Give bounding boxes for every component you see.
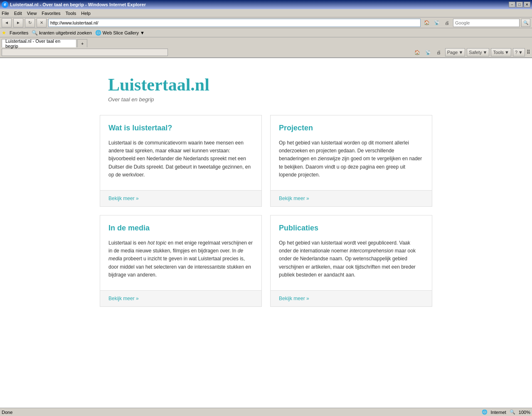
- card2-footer: Bekijk meer »: [271, 190, 432, 206]
- menu-file[interactable]: File: [2, 11, 9, 16]
- window-title: Luistertaal.nl - Over taal en begrip - W…: [10, 2, 146, 7]
- card2-title: Projecten: [279, 124, 424, 132]
- fav-webslice-icon: 🌐: [95, 30, 101, 36]
- card4-text: Op het gebied van luistertaal wordt veel…: [279, 239, 424, 279]
- card2-text: Op het gebied van luistertaal worden op …: [279, 139, 424, 179]
- favorites-button[interactable]: Favorites: [10, 30, 28, 35]
- maximize-button[interactable]: □: [516, 2, 523, 7]
- fav-kranten[interactable]: 🔍 kranten uitgebreid zoeken: [32, 30, 92, 36]
- card3-body: In de media Luistertaal is een hot topic…: [100, 215, 261, 290]
- card3-text-pre: Luistertaal is een: [108, 240, 148, 246]
- menu-tools[interactable]: Tools: [66, 11, 76, 16]
- stop-button[interactable]: ✕: [37, 18, 47, 27]
- toolbar-right: 🏠 📡 🖨 Page ▼ Safety ▼ Tools ▼ ? ▼ ⠿: [413, 48, 530, 57]
- browser-content: Luistertaal.nl Over taal en begrip Wat i…: [0, 58, 532, 408]
- card-in-de-media: In de media Luistertaal is een hot topic…: [100, 215, 262, 307]
- address-input[interactable]: [48, 19, 421, 27]
- safety-menu-button[interactable]: Safety ▼: [467, 48, 489, 56]
- card1-footer: Bekijk meer »: [100, 190, 261, 206]
- title-bar-left: e Luistertaal.nl - Over taal en begrip -…: [2, 1, 146, 8]
- back-button[interactable]: ◄: [2, 18, 12, 27]
- ie-logo-icon: e: [2, 1, 8, 8]
- star-icon: ★: [2, 30, 6, 36]
- rss-toolbar-icon[interactable]: 📡: [424, 48, 433, 57]
- grip-icon: ⠿: [527, 49, 530, 55]
- home-icon[interactable]: 🏠: [422, 18, 431, 27]
- menu-bar: File Edit View Favorites Tools Help: [0, 9, 532, 17]
- favorites-bar: ★ Favorites 🔍 kranten uitgebreid zoeken …: [0, 28, 532, 37]
- search-input[interactable]: [453, 19, 520, 27]
- card1-text: Luistertaal is de communicatievorm waari…: [108, 139, 253, 179]
- tab-bar: Luistertaal.nl - Over taal en begrip +: [0, 37, 532, 47]
- card3-title: In de media: [108, 224, 253, 232]
- card2-body: Projecten Op het gebied van luistertaal …: [271, 115, 432, 190]
- site-wrapper: Luistertaal.nl Over taal en begrip Wat i…: [58, 58, 474, 315]
- toolbar-icons: 🏠 📡 🖨: [422, 18, 451, 27]
- fav-web-slice[interactable]: 🌐 Web Slice Gallery ▼: [95, 30, 145, 36]
- card4-link[interactable]: Bekijk meer »: [279, 296, 309, 301]
- card-publicaties: Publicaties Op het gebied van luistertaa…: [270, 215, 432, 307]
- tools-menu-button[interactable]: Tools ▼: [491, 48, 511, 56]
- close-button[interactable]: ✕: [524, 2, 530, 7]
- card3-text: Luistertaal is een hot topic en met enig…: [108, 239, 253, 279]
- active-tab[interactable]: Luistertaal.nl - Over taal en begrip: [2, 39, 76, 47]
- menu-help[interactable]: Help: [81, 11, 91, 16]
- menu-view[interactable]: View: [27, 11, 37, 16]
- card3-link[interactable]: Bekijk meer »: [108, 296, 139, 301]
- card4-text-italic1: intercomprehension: [350, 248, 393, 254]
- help-menu-button[interactable]: ? ▼: [513, 48, 525, 56]
- page-menu-button[interactable]: Page ▼: [445, 48, 466, 56]
- site-header: Luistertaal.nl Over taal en begrip: [66, 66, 466, 115]
- card3-text-mid2: probeert u inzicht te geven in wat Luist…: [108, 256, 251, 277]
- forward-button[interactable]: ►: [13, 18, 23, 27]
- card4-body: Publicaties Op het gebied van luistertaa…: [271, 215, 432, 290]
- card3-text-italic1: hot topic: [148, 240, 166, 246]
- card-projecten: Projecten Op het gebied van luistertaal …: [270, 115, 432, 207]
- card3-footer: Bekijk meer »: [100, 290, 261, 306]
- main-toolbar: 🏠 📡 🖨 Page ▼ Safety ▼ Tools ▼ ? ▼ ⠿: [0, 47, 532, 58]
- print-icon[interactable]: 🖨: [442, 18, 451, 27]
- content-grid: Wat is luistertaal? Luistertaal is de co…: [66, 115, 466, 307]
- rss-icon[interactable]: 📡: [432, 18, 441, 27]
- site-title: Luistertaal.nl: [108, 75, 466, 95]
- print-toolbar-icon[interactable]: 🖨: [434, 48, 443, 57]
- fav-kranten-icon: 🔍: [32, 30, 38, 36]
- title-bar: e Luistertaal.nl - Over taal en begrip -…: [0, 0, 532, 9]
- card4-footer: Bekijk meer »: [271, 290, 432, 306]
- minimize-button[interactable]: −: [509, 2, 515, 7]
- toolbar-left-spacer: [2, 49, 168, 56]
- title-bar-controls: − □ ✕: [509, 2, 530, 7]
- card4-title: Publicaties: [279, 224, 424, 232]
- site-subtitle: Over taal en begrip: [108, 96, 466, 103]
- card2-link[interactable]: Bekijk meer »: [279, 196, 309, 201]
- card-wat-is-luistertaal: Wat is luistertaal? Luistertaal is de co…: [100, 115, 262, 207]
- refresh-button[interactable]: ↻: [25, 18, 35, 27]
- card1-link[interactable]: Bekijk meer »: [108, 196, 139, 201]
- card1-body: Wat is luistertaal? Luistertaal is de co…: [100, 115, 261, 190]
- menu-edit[interactable]: Edit: [14, 11, 22, 16]
- search-button[interactable]: 🔍: [521, 19, 530, 27]
- new-tab-button[interactable]: +: [77, 39, 87, 47]
- address-bar: ◄ ► ↻ ✕ 🏠 📡 🖨 🔍: [0, 17, 532, 28]
- menu-favorites[interactable]: Favorites: [42, 11, 60, 16]
- card1-title: Wat is luistertaal?: [108, 124, 253, 132]
- home-toolbar-icon[interactable]: 🏠: [413, 48, 422, 57]
